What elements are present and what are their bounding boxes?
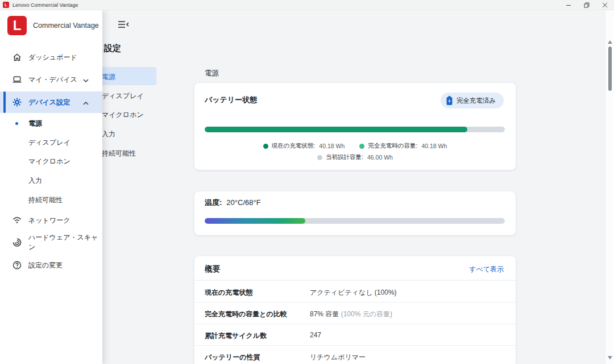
chevron-up-icon [82, 99, 89, 106]
scroll-down-icon[interactable] [608, 356, 612, 359]
brand: L Commercial Vantage [7, 16, 99, 35]
subnav-item-microphone[interactable]: マイクロホン [102, 110, 144, 120]
temperature-value: 20°C/68°F [226, 198, 260, 207]
lenovo-logo-icon: L [7, 16, 27, 35]
subnav-item-input[interactable]: 入力 [102, 129, 115, 139]
app-logo-icon: L [3, 2, 9, 8]
sidebar-item-network[interactable]: ネットワーク [0, 212, 102, 228]
legend-current-charge: 現在の充電状態: 40.18 Wh [263, 142, 345, 150]
chevron-down-icon [82, 76, 89, 83]
window-title: Lenovo Commercial Vantage [13, 2, 78, 8]
row-cycle-count-label: 累計充電サイクル数 [205, 331, 267, 341]
sidebar-item-microphone[interactable]: マイクロホン [0, 153, 102, 169]
help-circle-icon [13, 261, 22, 270]
maximize-button[interactable] [578, 0, 596, 10]
section-label-power: 電源 [205, 69, 219, 78]
active-bullet-icon [15, 122, 18, 125]
sidebar-item-input[interactable]: 入力 [0, 173, 102, 189]
battery-card-title: バッテリー状態 [205, 95, 257, 105]
battery-progress-fill [205, 127, 467, 132]
legend-full-label: 完全充電時の容量: [368, 142, 417, 150]
temperature-card: 温度:20°C/68°F [194, 191, 516, 235]
temperature-progress-bar [205, 218, 505, 224]
close-button[interactable] [596, 0, 614, 10]
legend-design-label: 当初設計容量: [326, 153, 363, 161]
legend-full-value: 40.18 Wh [421, 143, 447, 149]
sidebar: L Commercial Vantage ダッシュボード マイ・デバイス [0, 10, 102, 364]
table-row: 累計充電サイクル数 247 [194, 324, 516, 346]
battery-badge-label: 完全充電済み [457, 97, 496, 105]
menu-collapse-icon[interactable] [118, 20, 129, 30]
scan-spiral-icon [13, 238, 22, 247]
temperature-progress-fill [205, 218, 305, 224]
sidebar-item-my-devices[interactable]: マイ・デバイス [0, 72, 102, 87]
scroll-up-icon[interactable] [608, 40, 612, 44]
overview-card: 概要 すべて表示 現在の充電状態 アクティビティなし (100%) 完全充電時の… [194, 256, 516, 364]
subnav-item-display[interactable]: ディスプレイ [102, 91, 144, 101]
legend-design-capacity: 当初設計容量: 46.00 Wh [317, 153, 393, 161]
sidebar-item-dashboard[interactable]: ダッシュボード [0, 49, 102, 65]
row-current-charge-value: アクティビティなし (100%) [310, 288, 397, 298]
table-row: 完全充電時の容量との比較 87% 容量 (100% 元の容量) [194, 303, 516, 324]
sidebar-item-sustainability[interactable]: 持続可能性 [0, 192, 102, 208]
sidebar-item-power[interactable]: 電源 [0, 115, 102, 131]
legend-current-label: 現在の充電状態: [272, 142, 316, 150]
battery-progress-bar [205, 127, 505, 132]
row-capacity-compare-value: 87% 容量 (100% 元の容量) [310, 309, 392, 319]
legend-dot-full [359, 144, 364, 149]
sidebar-item-change-settings[interactable]: 設定の変更 [0, 257, 102, 273]
row-battery-type-label: バッテリーの性質 [205, 353, 260, 362]
titlebar: L Lenovo Commercial Vantage [0, 0, 614, 10]
gear-icon [13, 98, 22, 107]
legend-current-value: 40.18 Wh [319, 143, 345, 149]
show-all-link[interactable]: すべて表示 [469, 265, 504, 274]
battery-status-badge: 完全充電済み [441, 93, 504, 108]
row-capacity-compare-muted: (100% 元の容量) [341, 310, 392, 318]
sidebar-item-hardware-scan[interactable]: ハードウェア・スキャン [0, 235, 102, 250]
sidebar-item-device-settings[interactable]: デバイス設定 [0, 94, 102, 110]
legend-dot-design [317, 155, 322, 160]
sidebar-item-display[interactable]: ディスプレイ [0, 135, 102, 150]
subnav-item-power-label: 電源 [102, 72, 115, 82]
overview-title: 概要 [205, 264, 220, 274]
battery-icon [446, 96, 453, 105]
legend-dot-current [263, 144, 268, 149]
battery-status-card: バッテリー状態 完全充電済み 現在の充電状態: 40.18 Wh 完全充電時の容… [194, 83, 516, 170]
row-battery-type-value: リチウムポリマー [310, 353, 366, 362]
brand-name: Commercial Vantage [33, 22, 99, 30]
scrollbar-thumb[interactable] [608, 47, 612, 91]
legend-full-charge: 完全充電時の容量: 40.18 Wh [359, 142, 447, 150]
row-capacity-compare-label: 完全充電時の容量との比較 [205, 309, 287, 319]
legend-design-value: 46.00 Wh [367, 154, 393, 161]
minimize-button[interactable] [559, 0, 578, 10]
table-row: バッテリーの性質 リチウムポリマー [194, 346, 516, 364]
row-cycle-count-value: 247 [310, 331, 321, 339]
row-current-charge-label: 現在の充電状態 [205, 288, 252, 298]
home-icon [13, 53, 22, 62]
wifi-icon [13, 216, 22, 225]
vertical-scrollbar[interactable] [605, 10, 614, 364]
laptop-icon [13, 75, 22, 84]
subnav-item-sustainability[interactable]: 持続可能性 [102, 149, 136, 158]
table-row: 現在の充電状態 アクティビティなし (100%) [194, 281, 516, 303]
page-title: 設定 [104, 43, 121, 54]
temperature-label: 温度: [205, 198, 222, 207]
